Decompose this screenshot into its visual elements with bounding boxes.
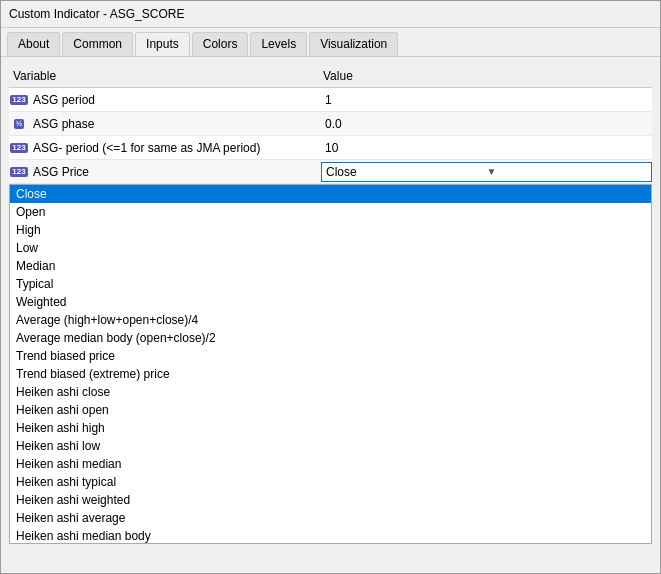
- row-value-3: 10: [321, 141, 652, 155]
- dropdown-item[interactable]: Close: [10, 185, 651, 203]
- col-header-value: Value: [323, 69, 648, 83]
- row-value-2: 0.0: [321, 117, 652, 131]
- row-label-1: ASG period: [31, 93, 321, 107]
- main-window: Custom Indicator - ASG_SCORE About Commo…: [0, 0, 661, 574]
- dropdown-item[interactable]: Weighted: [10, 293, 651, 311]
- dropdown-item[interactable]: Heiken ashi high: [10, 419, 651, 437]
- row-label-2: ASG phase: [31, 117, 321, 131]
- dropdown-item[interactable]: Median: [10, 257, 651, 275]
- dropdown-item[interactable]: High: [10, 221, 651, 239]
- dropdown-item[interactable]: Heiken ashi typical: [10, 473, 651, 491]
- table-row: 123 ASG- period (<=1 for same as JMA per…: [9, 136, 652, 160]
- row-icon-3: 123: [9, 142, 29, 153]
- dropdown-item[interactable]: Heiken ashi open: [10, 401, 651, 419]
- dropdown-list[interactable]: CloseOpenHighLowMedianTypicalWeightedAve…: [9, 184, 652, 544]
- main-content-area: VINOPTIONS.COM Variable Value 123 ASG pe…: [9, 65, 652, 565]
- inputs-content: VINOPTIONS.COM Variable Value 123 ASG pe…: [1, 57, 660, 573]
- window-title: Custom Indicator - ASG_SCORE: [9, 7, 184, 21]
- dropdown-item[interactable]: Typical: [10, 275, 651, 293]
- dropdown-item[interactable]: Average median body (open+close)/2: [10, 329, 651, 347]
- dropdown-item[interactable]: Heiken ashi median body: [10, 527, 651, 544]
- tab-visualization[interactable]: Visualization: [309, 32, 398, 56]
- row-label-3: ASG- period (<=1 for same as JMA period): [31, 141, 321, 155]
- chevron-down-icon: ▼: [487, 166, 648, 177]
- tab-bar: About Common Inputs Colors Levels Visual…: [1, 28, 660, 57]
- table-header: Variable Value: [9, 65, 652, 88]
- dropdown-item[interactable]: Heiken ashi low: [10, 437, 651, 455]
- dropdown-item[interactable]: Heiken ashi average: [10, 509, 651, 527]
- dropdown-box[interactable]: Close ▼: [321, 162, 652, 182]
- table-rows: 123 ASG period 1 ½ ASG phase 0.0 123: [9, 88, 652, 184]
- dropdown-selected: Close: [326, 165, 487, 179]
- tab-colors[interactable]: Colors: [192, 32, 249, 56]
- dropdown-item[interactable]: Trend biased price: [10, 347, 651, 365]
- dropdown-item[interactable]: Heiken ashi weighted: [10, 491, 651, 509]
- table-row: ½ ASG phase 0.0: [9, 112, 652, 136]
- dropdown-item[interactable]: Open: [10, 203, 651, 221]
- row-icon-1: 123: [9, 94, 29, 105]
- dropdown-item[interactable]: Heiken ashi median: [10, 455, 651, 473]
- table-row: 123 ASG period 1: [9, 88, 652, 112]
- col-header-variable: Variable: [13, 69, 323, 83]
- tab-common[interactable]: Common: [62, 32, 133, 56]
- tab-inputs[interactable]: Inputs: [135, 32, 190, 56]
- tab-about[interactable]: About: [7, 32, 60, 56]
- tab-levels[interactable]: Levels: [250, 32, 307, 56]
- dropdown-item[interactable]: Low: [10, 239, 651, 257]
- row-label-4: ASG Price: [31, 165, 321, 179]
- row-icon-4: 123: [9, 166, 29, 177]
- title-bar: Custom Indicator - ASG_SCORE: [1, 1, 660, 28]
- dropdown-item[interactable]: Average (high+low+open+close)/4: [10, 311, 651, 329]
- row-value-1: 1: [321, 93, 652, 107]
- dropdown-item[interactable]: Trend biased (extreme) price: [10, 365, 651, 383]
- dropdown-item[interactable]: Heiken ashi close: [10, 383, 651, 401]
- table-row: 123 ASG Price Close ▼: [9, 160, 652, 184]
- row-icon-2: ½: [9, 118, 29, 129]
- dropdown-cell[interactable]: Close ▼: [321, 162, 652, 182]
